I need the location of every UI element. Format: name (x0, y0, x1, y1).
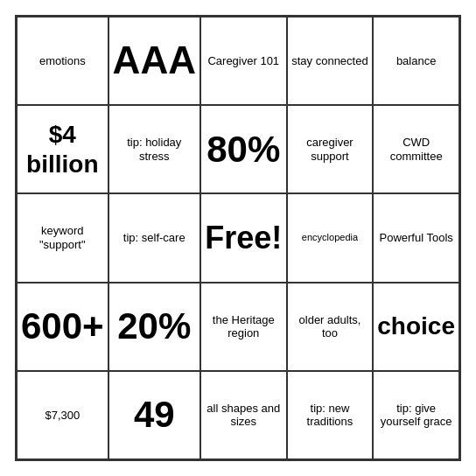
bingo-cell-r4c0: $7,300 (17, 371, 108, 459)
bingo-cell-r1c4: CWD committee (373, 105, 459, 193)
bingo-cell-r1c1: tip: holiday stress (108, 105, 200, 193)
bingo-cell-r2c1: tip: self-care (108, 193, 200, 282)
bingo-cell-r2c2: Free! (200, 193, 287, 282)
bingo-cell-r3c0: 600+ (17, 283, 108, 371)
bingo-cell-r0c3: stay connected (287, 17, 374, 105)
bingo-cell-r4c1: 49 (108, 371, 200, 459)
bingo-cell-r3c3: older adults, too (287, 283, 374, 371)
bingo-card: emotionsAAACaregiver 101stay connectedba… (15, 15, 461, 461)
bingo-cell-r3c2: the Heritage region (200, 283, 287, 371)
bingo-cell-r4c4: tip: give yourself grace (373, 371, 459, 459)
bingo-cell-r0c2: Caregiver 101 (200, 17, 287, 105)
bingo-cell-r1c0: $4 billion (17, 105, 108, 193)
bingo-cell-r3c1: 20% (108, 283, 200, 371)
bingo-cell-r2c0: keyword "support" (17, 193, 108, 282)
bingo-cell-r2c3: encyclopedia (287, 193, 374, 282)
bingo-cell-r3c4: choice (373, 283, 459, 371)
bingo-cell-r1c2: 80% (200, 105, 287, 193)
bingo-cell-r4c3: tip: new traditions (287, 371, 374, 459)
bingo-cell-r1c3: caregiver support (287, 105, 374, 193)
bingo-cell-r0c0: emotions (17, 17, 108, 105)
bingo-cell-r0c1: AAA (108, 17, 200, 105)
bingo-cell-r2c4: Powerful Tools (373, 193, 459, 282)
bingo-cell-r0c4: balance (373, 17, 459, 105)
bingo-cell-r4c2: all shapes and sizes (200, 371, 287, 459)
